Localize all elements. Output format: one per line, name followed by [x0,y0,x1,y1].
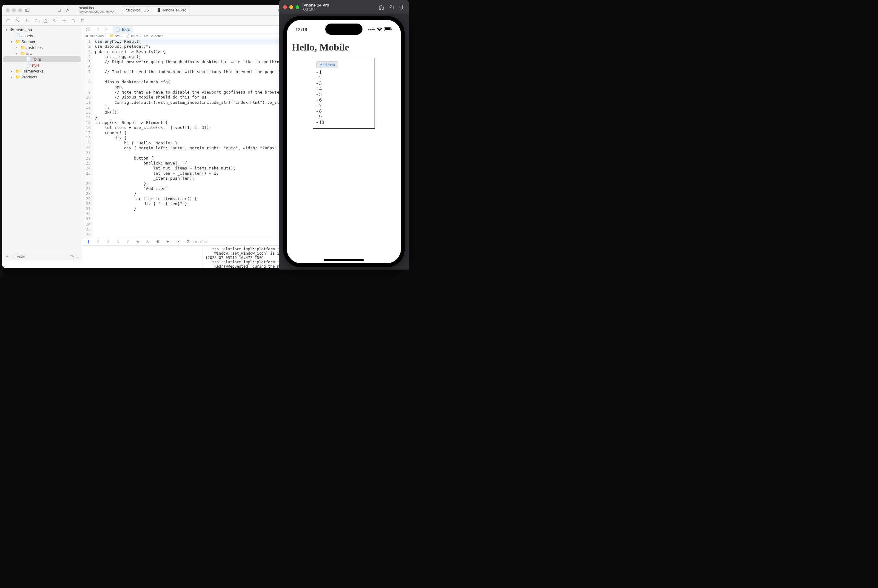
tree-item[interactable]: ▸📁rustnl-ios [2,45,82,51]
min-dot[interactable] [289,5,293,9]
wifi-icon [377,27,382,33]
debug-nav-icon[interactable] [60,17,68,24]
close-dot[interactable] [6,8,10,12]
file-tree[interactable]: ▾🛠 rustnl-ios 📄assets▾📁Sources▸📁rustnl-i… [2,26,82,252]
folder-icon: 📁 [20,45,25,50]
folder-icon: 📁 [15,75,20,79]
env-overrides-icon[interactable]: ⚙ [154,238,162,245]
breakpoint-nav-icon[interactable] [70,17,77,24]
device-screen[interactable]: 12:18 •••• Hello, Mobile Add item [287,20,401,263]
symbol-nav-icon[interactable] [23,17,31,24]
status-clock: 12:18 [295,27,307,33]
source-control-icon[interactable] [14,17,21,24]
view-3d-icon[interactable]: ◈ [134,238,142,245]
folder-icon: 📁 [15,69,20,74]
document-icon: 📄 [115,27,120,32]
list-item: - 6 [316,97,372,103]
nav-fwd-icon[interactable] [103,26,110,33]
jump-folder: src [115,34,120,38]
navigator-filter-input[interactable] [17,254,69,259]
simulator-os-version: iOS 16.4 [303,8,375,12]
svg-rect-24 [385,28,391,30]
location-icon[interactable]: ➤ [164,238,171,245]
memory-graph-icon[interactable]: ⎋ [144,238,151,245]
list-item: - 8 [316,108,372,114]
spray-icon[interactable]: 〰 [174,238,181,245]
add-icon[interactable]: ＋ [4,253,10,260]
svg-rect-16 [87,28,88,29]
battery-icon [384,27,392,33]
window-controls[interactable] [6,8,22,12]
pause-icon[interactable]: ⏸ [94,238,102,245]
cellular-icon: •••• [368,27,375,33]
svg-rect-19 [88,30,90,31]
filter-scope-icon[interactable]: ⌄ [12,254,15,259]
tree-item[interactable]: ▸📁Frameworks [2,68,82,74]
tree-item[interactable]: ▾📁Sources [2,39,82,45]
home-button-icon[interactable] [378,4,385,10]
run-button[interactable] [64,8,70,13]
svg-point-12 [63,20,65,21]
branch-indicator[interactable]: rustnl-ios jk/fix-mobile-touch-interac..… [79,6,117,14]
editor-tab[interactable]: 📄 lib.rs [112,26,133,33]
svg-rect-20 [389,6,394,9]
document-icon: 📄 [15,33,20,38]
svg-rect-17 [88,28,90,29]
clock-filter-icon[interactable]: ◷ [70,254,74,259]
rotate-icon[interactable] [398,4,405,10]
svg-marker-3 [66,9,69,12]
scheme-selector[interactable]: rustnl-ios_iOS 〉 📱 iPhone 14 Pro [122,6,190,14]
stop-button[interactable] [56,8,62,13]
step-out-icon[interactable]: ⤴ [124,238,132,245]
tree-item-label: Frameworks [21,69,44,74]
tree-item[interactable]: ▸📁Products [2,74,82,80]
jump-project: rustnl-ios [90,34,104,38]
report-nav-icon[interactable] [79,17,87,24]
min-dot[interactable] [12,8,16,12]
device-bezel: 12:18 •••• Hello, Mobile Add item [283,16,405,267]
svg-rect-22 [400,5,403,9]
tree-item[interactable]: 📄assets [2,33,82,39]
step-in-icon[interactable]: ⤵ [114,238,122,245]
step-over-icon[interactable]: ⤴ [104,238,112,245]
folder-icon: 📁 [15,39,20,44]
document-icon: 📄 [26,57,31,62]
simulator-device-name: iPhone 14 Pro [303,3,329,8]
simulator-window-controls[interactable] [283,5,299,9]
list-item: - 10 [316,120,372,125]
list-item: - 1 [316,69,372,75]
add-item-button[interactable]: Add item [316,62,338,68]
screenshot-icon[interactable] [388,4,395,10]
variables-view[interactable] [82,246,203,268]
list-item: - 3 [316,81,372,86]
find-nav-icon[interactable] [33,17,40,24]
toggle-breakpoints-icon[interactable]: ▮ [85,238,92,245]
nav-back-icon[interactable] [94,26,102,33]
editor-tab-label: lib.rs [122,27,130,32]
tree-item[interactable]: ▾📁src [2,51,82,56]
tree-item[interactable]: 📄lib.rs [3,56,81,62]
tree-item-label: Sources [21,39,36,44]
branch-name: jk/fix-mobile-touch-interac... [79,10,117,14]
zoom-dot[interactable] [18,8,22,12]
related-items-icon[interactable] [85,26,92,33]
list-item: - 7 [316,103,372,108]
sidebar-toggle-icon[interactable] [24,8,30,13]
svg-point-21 [391,7,392,8]
list-item: - 2 [316,75,372,81]
close-dot[interactable] [283,5,287,9]
test-nav-icon[interactable] [51,17,58,24]
document-icon: 📄 [25,63,30,68]
home-indicator[interactable] [324,259,364,261]
tree-item[interactable]: 📄style [2,62,82,68]
scm-filter-icon[interactable]: ▭ [76,254,79,259]
app-heading: Hello, Mobile [292,42,396,53]
svg-rect-25 [391,28,392,30]
tree-item-label: Products [21,75,37,79]
zoom-dot[interactable] [295,5,299,9]
issue-nav-icon[interactable] [42,17,49,24]
app-root: Hello, Mobile Add item - 1- 2- 3- 4- 5- … [287,38,401,132]
tree-root[interactable]: ▾🛠 rustnl-ios [2,27,82,33]
svg-rect-2 [58,9,60,12]
folder-nav-icon[interactable] [4,17,12,24]
